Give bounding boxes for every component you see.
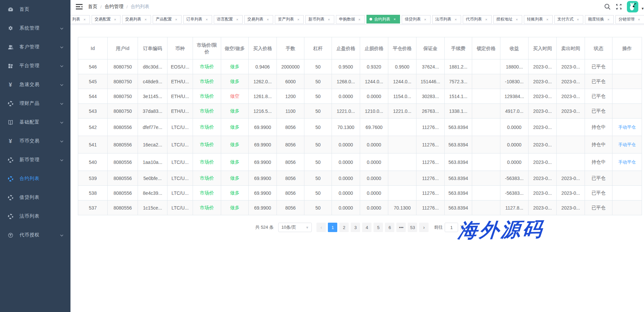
sidebar-item-contract-list[interactable]: 合约列表 <box>0 169 70 188</box>
cell-lots: 1200 <box>277 89 304 104</box>
close-icon[interactable]: × <box>327 17 331 22</box>
breadcrumb-item[interactable]: 首页 <box>88 4 97 10</box>
manual-close-link[interactable]: 手动平仓 <box>618 125 636 130</box>
sidebar-item-coin-trade[interactable]: ¥币币交易 <box>0 132 70 150</box>
tab-asset-list[interactable]: 资产列表× <box>275 15 304 24</box>
tab-trade-config[interactable]: 交易配置× <box>92 15 120 24</box>
hamburger-icon[interactable] <box>76 3 83 10</box>
page-button-1[interactable]: 1 <box>328 223 337 232</box>
sidebar-item-label: 基础配置 <box>19 119 60 125</box>
cell-buy_time: 2023-0... <box>529 119 557 136</box>
sidebar-item-customer[interactable]: 客户管理 <box>0 38 70 56</box>
breadcrumb-separator: / <box>127 4 128 9</box>
close-icon[interactable]: × <box>514 17 519 22</box>
cell-direction: 做多 <box>221 74 249 89</box>
page-size-select[interactable]: 10条/页▼ <box>278 223 312 232</box>
page-button-3[interactable]: 3 <box>351 223 360 232</box>
cell-lock_price <box>472 104 500 119</box>
page-button-6[interactable]: 6 <box>385 223 394 232</box>
sidebar-item-fiat-list[interactable]: 法币列表 <box>0 207 70 226</box>
sidebar-item-platform[interactable]: 平台管理 <box>0 56 70 75</box>
tab-clipped-list[interactable]: 列表× <box>70 15 90 24</box>
tab-trade-list-2[interactable]: 交易列表× <box>244 15 273 24</box>
grid-icon <box>7 63 13 69</box>
tab-trade-list-1[interactable]: 交易列表× <box>122 15 151 24</box>
cell-coin: LTC/U... <box>167 171 193 186</box>
cell-stop_loss: 0.0000 <box>360 153 388 171</box>
tab-distribution[interactable]: 分销管理× <box>615 15 644 24</box>
next-page-button[interactable]: › <box>419 223 429 232</box>
sidebar-item-system[interactable]: 系统管理 <box>0 19 70 38</box>
sidebar-item-new-coin[interactable]: 新币管理 <box>0 150 70 169</box>
col-header-stop_loss: 止损价格 <box>360 37 388 59</box>
table-row-546: 5468080750d8c30d...EOS/U...市场价做多0.940620… <box>78 59 642 74</box>
chevron-down-icon <box>60 64 64 68</box>
avatar[interactable] <box>627 1 638 12</box>
close-icon[interactable]: × <box>392 17 397 21</box>
tab-contract-list[interactable]: 合约列表× <box>366 15 400 24</box>
tab-token-list[interactable]: 代币列表× <box>463 15 492 24</box>
sidebar-item-loan-list[interactable]: 借贷列表 <box>0 188 70 207</box>
close-icon[interactable]: × <box>484 17 489 22</box>
close-icon[interactable]: × <box>453 17 458 22</box>
fullscreen-icon[interactable] <box>615 3 622 10</box>
tab-subscribe-data[interactable]: 申购数据× <box>336 15 365 24</box>
cell-price_type: 市场价 <box>193 153 221 171</box>
cell-user_id: 8080556 <box>108 136 138 153</box>
close-icon[interactable]: × <box>174 17 179 22</box>
cell-direction: 做多 <box>221 136 249 153</box>
page-button-4[interactable]: 4 <box>362 223 371 232</box>
tab-order-list[interactable]: 订单列表× <box>183 15 212 24</box>
close-icon[interactable]: × <box>357 17 362 22</box>
prev-page-button[interactable]: ‹ <box>316 223 326 232</box>
tab-newcoin-list[interactable]: 新币列表× <box>305 15 334 24</box>
close-icon[interactable]: × <box>545 17 550 22</box>
cell-sell_time: 2023-0... <box>557 200 585 215</box>
breadcrumb-item[interactable]: 合约管理 <box>105 4 123 10</box>
close-icon[interactable]: × <box>204 17 209 22</box>
close-icon[interactable]: × <box>576 17 580 22</box>
tab-quota-convert[interactable]: 额度转换× <box>585 15 614 24</box>
close-icon[interactable]: × <box>606 17 611 22</box>
cell-status: 已平仓 <box>585 186 612 200</box>
tab-transfer-list[interactable]: 转账列表× <box>524 15 553 24</box>
sidebar-item-home[interactable]: 首页 <box>0 0 70 19</box>
search-icon[interactable] <box>604 3 611 10</box>
tab-product-config[interactable]: 产品配置× <box>153 15 182 24</box>
sidebar-item-fast-trade[interactable]: ¥急速交易 <box>0 75 70 94</box>
tab-lang-config[interactable]: 语言配置× <box>214 15 243 24</box>
tab-fiat-list[interactable]: 法币列表× <box>432 15 461 24</box>
close-icon[interactable]: × <box>113 17 117 22</box>
col-header-status: 状态 <box>585 37 612 59</box>
cell-buy_time: 2023-0... <box>529 74 557 89</box>
manual-close-link[interactable]: 手动平仓 <box>618 160 636 165</box>
chevron-down-icon <box>60 120 64 124</box>
page-button-53[interactable]: 53 <box>408 223 417 232</box>
cell-sell_time <box>557 153 585 171</box>
cell-close_price <box>388 171 416 186</box>
close-icon[interactable]: × <box>423 17 428 22</box>
sidebar-item-wealth[interactable]: 理财产品 <box>0 94 70 113</box>
close-icon[interactable]: × <box>296 17 301 22</box>
close-icon[interactable]: × <box>265 17 270 22</box>
close-icon[interactable]: × <box>143 17 148 22</box>
caret-down-icon[interactable]: ▼ <box>641 3 644 10</box>
table-row-538: 53880805568e4c39...LTC/U...市场价做多69.99008… <box>78 186 642 200</box>
cell-price_type: 市场价 <box>193 59 221 74</box>
jump-page-input[interactable] <box>445 223 458 232</box>
close-icon[interactable]: × <box>82 17 87 22</box>
col-header-action: 操作 <box>612 37 642 59</box>
tab-pay-method[interactable]: 支付方式× <box>554 15 583 24</box>
tab-auth-address[interactable]: 授权地址× <box>493 15 522 24</box>
cell-profit: 129384... <box>500 89 529 104</box>
sidebar-item-token-auth[interactable]: 代币授权 <box>0 226 70 244</box>
sidebar-item-base-config[interactable]: 基础配置 <box>0 113 70 132</box>
tab-loan-list[interactable]: 借贷列表× <box>402 15 431 24</box>
page-button-5[interactable]: 5 <box>374 223 383 232</box>
manual-close-link[interactable]: 手动平仓 <box>618 142 636 147</box>
more-pages-button[interactable]: ••• <box>396 223 406 232</box>
close-icon[interactable]: × <box>235 17 240 22</box>
page-button-2[interactable]: 2 <box>339 223 349 232</box>
cell-lock_price <box>472 200 500 215</box>
close-icon[interactable]: × <box>637 17 641 22</box>
